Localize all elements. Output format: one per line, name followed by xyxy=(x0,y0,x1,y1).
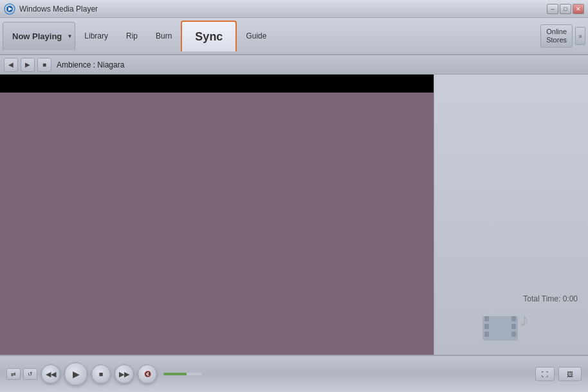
svg-rect-6 xyxy=(484,332,489,337)
close-button[interactable]: ✕ xyxy=(573,4,584,14)
tab-now-playing[interactable]: Now Playing ▼ xyxy=(3,22,75,50)
small-controls: ⇄ ↺ xyxy=(6,368,37,380)
tab-burn[interactable]: Burn xyxy=(147,22,181,50)
right-panel: Total Time: 0:00 ♪ xyxy=(434,75,588,355)
minimize-button[interactable]: – xyxy=(547,4,558,14)
mini-player-button[interactable]: 🖼 xyxy=(558,367,582,381)
tab-rip[interactable]: Rip xyxy=(117,22,147,50)
forward-toolbar-button[interactable]: ▶ xyxy=(21,58,35,72)
now-playing-track-label: Ambience : Niagara xyxy=(57,60,124,69)
toolbar: ◀ ▶ ■ Ambience : Niagara xyxy=(0,55,588,75)
now-playing-dropdown-icon[interactable]: ▼ xyxy=(67,33,72,39)
title-bar: Windows Media Player – □ ✕ xyxy=(0,0,588,18)
online-stores-button[interactable]: OnlineStores xyxy=(540,24,573,48)
tab-guide[interactable]: Guide xyxy=(237,22,275,50)
app-title: Windows Media Player xyxy=(19,4,547,13)
repeat-button[interactable]: ↺ xyxy=(23,368,37,380)
nav-more-arrow[interactable]: » xyxy=(575,27,585,45)
stop-toolbar-button[interactable]: ■ xyxy=(37,58,51,72)
total-time-label: Total Time: 0:00 xyxy=(523,294,578,303)
tab-sync[interactable]: Sync xyxy=(181,21,237,51)
svg-rect-7 xyxy=(511,316,516,321)
media-icon: ♪ xyxy=(482,303,540,348)
next-button[interactable]: ▶▶ xyxy=(115,364,134,384)
back-toolbar-button[interactable]: ◀ xyxy=(4,58,18,72)
svg-rect-5 xyxy=(484,324,489,329)
fullscreen-button[interactable]: ⛶ xyxy=(535,367,555,381)
video-black-top xyxy=(0,75,434,93)
nav-area: Now Playing ▼ Library Rip Burn Sync Guid… xyxy=(0,18,588,55)
stop-button[interactable]: ■ xyxy=(91,364,111,384)
main-area: Total Time: 0:00 ♪ xyxy=(0,75,588,355)
play-button[interactable]: ▶ xyxy=(64,362,87,386)
tab-library[interactable]: Library xyxy=(75,22,117,50)
video-panel xyxy=(0,75,434,355)
window-controls: – □ ✕ xyxy=(547,4,584,14)
app-logo xyxy=(4,3,15,15)
prev-button[interactable]: ◀◀ xyxy=(41,364,60,384)
right-controls: ⛶ 🖼 xyxy=(535,367,582,381)
mute-button[interactable]: 🔇 xyxy=(138,364,157,384)
online-stores-area: OnlineStores » xyxy=(540,24,585,48)
volume-slider[interactable] xyxy=(163,373,202,375)
shuffle-button[interactable]: ⇄ xyxy=(6,368,21,380)
svg-rect-9 xyxy=(511,332,516,337)
svg-rect-4 xyxy=(484,316,489,321)
maximize-button[interactable]: □ xyxy=(560,4,571,14)
bottom-controls: ⇄ ↺ ◀◀ ▶ ■ ▶▶ 🔇 ⛶ 🖼 xyxy=(0,355,588,392)
video-content xyxy=(0,93,434,355)
svg-text:♪: ♪ xyxy=(520,310,529,330)
svg-rect-8 xyxy=(511,324,516,329)
